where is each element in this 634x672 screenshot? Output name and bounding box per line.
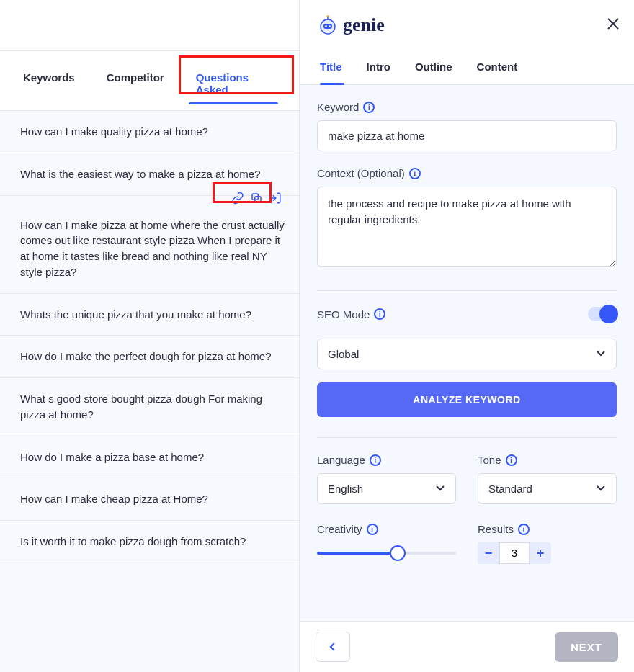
decrement-button[interactable]: − <box>478 542 499 564</box>
seo-row: SEO Mode i <box>317 307 617 321</box>
svg-point-5 <box>325 25 327 27</box>
label-text: Context (Optional) <box>317 167 405 179</box>
back-button[interactable] <box>316 632 350 662</box>
right-header: genie <box>300 0 634 49</box>
active-rtab-underline <box>320 83 344 85</box>
tone-select[interactable]: Standard <box>478 473 617 504</box>
language-select[interactable]: English <box>317 473 456 504</box>
label-text: SEO Mode <box>317 308 370 321</box>
context-label: Context (Optional) i <box>317 167 617 179</box>
svg-point-7 <box>327 15 329 17</box>
label-text: Tone <box>478 454 501 466</box>
divider <box>317 290 617 291</box>
right-tabs: Title Intro Outline Content <box>300 49 634 85</box>
tab-keywords[interactable]: Keywords <box>17 68 81 99</box>
tab-outline[interactable]: Outline <box>415 61 452 84</box>
question-item[interactable]: Is it worth it to make pizza dough from … <box>0 521 299 563</box>
info-icon[interactable]: i <box>409 168 421 179</box>
generator-form: Keyword i Context (Optional) i SEO Mode … <box>300 85 634 621</box>
active-tab-underline <box>189 102 278 104</box>
keyword-label: Keyword i <box>317 101 617 113</box>
tab-content[interactable]: Content <box>477 61 518 84</box>
tab-questions-asked[interactable]: Questions Asked <box>190 68 285 99</box>
label-text: Language <box>317 454 365 466</box>
info-icon[interactable]: i <box>518 524 530 535</box>
label-text: Keyword <box>317 101 359 113</box>
increment-button[interactable]: + <box>530 542 551 564</box>
label-text: Results <box>478 523 514 535</box>
results-value[interactable]: 3 <box>499 542 530 564</box>
robot-icon <box>317 14 339 36</box>
creativity-results-row: Creativity i Results i − 3 + <box>317 523 617 564</box>
logo-text: genie <box>343 14 385 36</box>
right-panel: genie Title Intro Outline Content Keywor… <box>300 0 634 672</box>
region-select[interactable]: Global <box>317 339 617 369</box>
left-tabs: Keywords Competitor Questions Asked <box>0 50 299 111</box>
info-icon[interactable]: i <box>374 308 385 320</box>
info-icon[interactable]: i <box>506 454 517 466</box>
left-panel: Keywords Competitor Questions Asked How … <box>0 0 300 672</box>
region-select-wrap: Global <box>317 339 617 369</box>
questions-list[interactable]: How can I make quality pizza at home? Wh… <box>0 111 299 672</box>
tab-intro[interactable]: Intro <box>367 61 390 84</box>
divider <box>317 437 617 438</box>
question-item[interactable]: How can I make cheap pizza at Home? <box>0 478 299 521</box>
logo: genie <box>317 14 385 36</box>
info-icon[interactable]: i <box>370 454 381 466</box>
question-item[interactable]: How can I make quality pizza at home? <box>0 111 299 153</box>
annotation-highlight-actions <box>213 182 272 203</box>
chevron-left-icon <box>327 641 339 653</box>
question-item[interactable]: How do I make the perfect dough for pizz… <box>0 336 299 378</box>
close-icon[interactable] <box>607 17 620 33</box>
tone-label: Tone i <box>478 454 617 466</box>
creativity-slider[interactable] <box>317 542 456 564</box>
tab-competitor[interactable]: Competitor <box>101 68 170 99</box>
results-stepper: − 3 + <box>478 542 617 564</box>
analyze-keyword-button[interactable]: ANALYZE KEYWORD <box>317 382 617 417</box>
question-item[interactable]: Whats the unique pizza that you make at … <box>0 294 299 336</box>
seo-label: SEO Mode i <box>317 308 385 321</box>
tab-title[interactable]: Title <box>320 61 342 84</box>
info-icon[interactable]: i <box>367 524 378 535</box>
context-textarea[interactable] <box>317 187 617 267</box>
language-tone-row: Language i English Tone i Standard <box>317 454 617 504</box>
keyword-input[interactable] <box>317 120 617 151</box>
question-item-actions <box>231 192 282 209</box>
language-label: Language i <box>317 454 456 466</box>
question-item[interactable]: What s good store bought pizza dough For… <box>0 378 299 436</box>
seo-toggle[interactable] <box>588 307 617 321</box>
next-button[interactable]: NEXT <box>555 632 618 662</box>
question-item[interactable]: How can I make pizza at home where the c… <box>0 196 299 294</box>
question-item[interactable]: How do I make a pizza base at home? <box>0 436 299 479</box>
footer: NEXT <box>300 621 634 672</box>
info-icon[interactable]: i <box>363 102 375 113</box>
svg-rect-4 <box>323 24 332 29</box>
question-text: How can I make pizza at home where the c… <box>20 219 285 278</box>
results-label: Results i <box>478 523 617 535</box>
creativity-label: Creativity i <box>317 523 456 535</box>
label-text: Creativity <box>317 523 362 535</box>
svg-point-6 <box>329 25 331 27</box>
